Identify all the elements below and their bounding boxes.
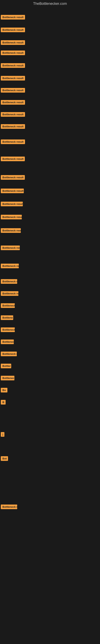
bottleneck-label: Bottlene — [1, 315, 13, 320]
bottleneck-label: Bot — [1, 456, 8, 461]
bottleneck-item: Bottleneck result — [1, 175, 25, 180]
bottleneck-label: Bottleneck result — [1, 63, 25, 68]
bottleneck-label: Bottleneck result — [1, 100, 25, 105]
bottleneck-label: Bottleneck re — [1, 279, 17, 284]
bottleneck-item: Bottleneck result — [1, 28, 25, 33]
bottleneck-label: Bottleneck result — [1, 40, 25, 45]
bottleneck-label: Bottleneck result — [1, 15, 25, 20]
site-title: TheBottlenecker.com — [0, 0, 100, 8]
bottleneck-label: Bottleneck result — [1, 28, 25, 32]
bottleneck-item: Bottleneck — [1, 328, 15, 333]
bottleneck-label: Bo — [1, 388, 7, 392]
bottleneck-label: Bottleneck result — [1, 228, 21, 233]
bottleneck-item: Bottleneck result — [1, 140, 25, 145]
bottleneck-label: Bottleneck result — [1, 202, 23, 206]
bottleneck-label: Bottleneck result — [1, 140, 25, 144]
bottleneck-item: Bottleneck result — [1, 156, 25, 162]
bottleneck-item: Bottleneck result — [1, 124, 25, 130]
bottleneck-label: B — [1, 400, 6, 404]
bottleneck-label: Bottleneck re — [1, 352, 17, 356]
bottleneck-label: Bottleneck result — [1, 246, 20, 250]
bottleneck-item: Bottleneck result — [1, 264, 19, 269]
items-container: Bottleneck resultBottleneck resultBottle… — [0, 8, 100, 644]
bottleneck-item: Bo — [1, 388, 7, 393]
bottleneck-label: Bottleneck result — [1, 188, 24, 193]
bottleneck-label: Bottler — [1, 364, 11, 368]
bottleneck-label: Bottleneck — [1, 376, 14, 380]
bottleneck-label: Bottleneck — [1, 328, 15, 332]
bottleneck-label: Bottlenec — [1, 340, 14, 344]
bottleneck-item: Bottleneck result — [1, 15, 25, 20]
bottleneck-label: Bottleneck re — [1, 504, 17, 509]
bottleneck-item: Bottleneck result — [1, 202, 23, 207]
bottleneck-item: Bottleneck result — [1, 188, 24, 194]
bottleneck-item: Bottlenec — [1, 340, 14, 345]
bottleneck-item: Bottleneck — [1, 376, 14, 381]
bottleneck-item: Bottleneck re — [1, 352, 17, 357]
bottleneck-label: Bottleneck — [1, 303, 15, 308]
bottleneck-item: Bottleneck result — [1, 215, 22, 220]
bottleneck-label: Bottleneck result — [1, 88, 25, 92]
bottleneck-label: Bottleneck result — [1, 215, 22, 219]
bottleneck-item: Bottler — [1, 364, 11, 369]
bottleneck-item: Bottleneck result — [1, 63, 25, 69]
bottleneck-item: Bottleneck result — [1, 76, 25, 81]
bottleneck-item: Bottleneck re — [1, 279, 17, 284]
bottleneck-label: Bottleneck result — [1, 112, 25, 117]
bottleneck-item: | — [1, 432, 4, 438]
bottleneck-item: Bottleneck result — [1, 88, 25, 94]
bottleneck-item: Bottleneck resul — [1, 291, 18, 297]
bottleneck-item: B — [1, 400, 6, 405]
bottleneck-item: Bottleneck result — [1, 228, 21, 234]
bottleneck-label: Bottleneck result — [1, 50, 25, 55]
bottleneck-label: Bottleneck result — [1, 124, 25, 129]
bottleneck-label: Bottleneck result — [1, 76, 25, 80]
bottleneck-item: Bottleneck result — [1, 246, 20, 251]
bottleneck-item: Bottleneck result — [1, 40, 25, 46]
bottleneck-label: Bottleneck result — [1, 156, 25, 161]
bottleneck-item: Bottleneck result — [1, 112, 25, 118]
bottleneck-label: | — [1, 432, 4, 437]
bottleneck-item: Bottlene — [1, 315, 13, 321]
bottleneck-item: Bot — [1, 456, 8, 462]
bottleneck-label: Bottleneck result — [1, 264, 19, 268]
bottleneck-item: Bottleneck result — [1, 50, 25, 56]
bottleneck-item: Bottleneck result — [1, 100, 25, 106]
bottleneck-item: Bottleneck re — [1, 504, 17, 510]
bottleneck-label: Bottleneck resul — [1, 291, 18, 296]
bottleneck-label: Bottleneck result — [1, 175, 25, 180]
bottleneck-item: Bottleneck — [1, 303, 15, 309]
